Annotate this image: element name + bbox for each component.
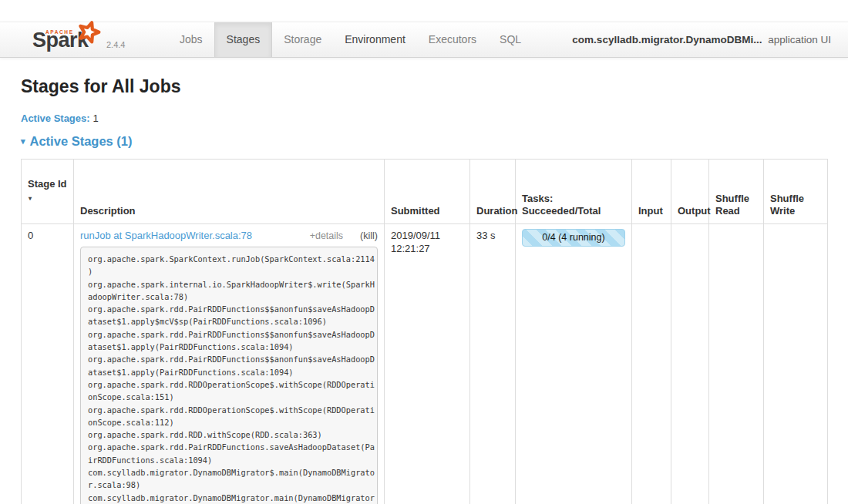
- tab-environment[interactable]: Environment: [333, 22, 417, 57]
- page-title: Stages for All Jobs: [21, 76, 829, 97]
- kill-link[interactable]: (kill): [360, 230, 378, 243]
- tasks-progress-bar: 0/4 (4 running): [522, 229, 625, 247]
- active-stages-summary-link[interactable]: Active Stages:: [21, 113, 90, 124]
- active-stages-count: 1: [93, 113, 99, 124]
- output-cell: [671, 224, 709, 504]
- stages-summary: Active Stages:1: [21, 113, 829, 124]
- tab-stages[interactable]: Stages: [214, 22, 273, 57]
- column-header-submitted[interactable]: Submitted: [385, 160, 470, 224]
- spark-logo[interactable]: APACHE Spark 2.4.4: [28, 22, 157, 57]
- tasks-cell: 0/4 (4 running): [516, 224, 632, 504]
- shuffle-read-cell: [709, 224, 764, 504]
- stack-trace: org.apache.spark.SparkContext.runJob(Spa…: [80, 247, 378, 504]
- stage-row: 0 runJob at SparkHadoopWriter.scala:78 +…: [22, 224, 828, 504]
- application-ui-suffix: application UI: [768, 34, 831, 45]
- sort-caret-icon: ▾: [28, 193, 67, 205]
- column-header-shuffle-read[interactable]: Shuffle Read: [709, 160, 764, 224]
- duration-cell: 33 s: [470, 224, 516, 504]
- table-header-row: Stage Id ▾ Description Submitted Duratio…: [22, 160, 828, 224]
- application-name: com.scylladb.migrator.DynamoDBMi...: [572, 34, 762, 45]
- active-stages-section-header[interactable]: ▾ Active Stages (1): [21, 134, 829, 149]
- input-cell: [632, 224, 671, 504]
- column-header-tasks[interactable]: Tasks: Succeeded/Total: [516, 160, 632, 224]
- application-title: com.scylladb.migrator.DynamoDBMi... appl…: [572, 22, 831, 57]
- details-toggle[interactable]: +details: [310, 230, 343, 243]
- collapse-arrow-icon: ▾: [21, 136, 25, 146]
- submitted-cell: 2019/09/11 12:21:27: [385, 224, 470, 504]
- spark-version: 2.4.4: [106, 40, 125, 49]
- shuffle-write-cell: [764, 224, 828, 504]
- stage-id-cell: 0: [22, 224, 74, 504]
- column-header-shuffle-write[interactable]: Shuffle Write: [764, 160, 828, 224]
- tab-jobs[interactable]: Jobs: [168, 22, 214, 57]
- stages-table: Stage Id ▾ Description Submitted Duratio…: [21, 159, 828, 504]
- spark-star-icon: [76, 19, 102, 48]
- tab-storage[interactable]: Storage: [272, 22, 333, 57]
- column-header-input[interactable]: Input: [632, 160, 671, 224]
- stage-detail-link[interactable]: runJob at SparkHadoopWriter.scala:78: [80, 229, 252, 242]
- column-header-stage-id[interactable]: Stage Id ▾: [22, 160, 74, 224]
- main-content: Stages for All Jobs Active Stages:1 ▾ Ac…: [21, 0, 829, 504]
- nav-tabs: Jobs Stages Storage Environment Executor…: [168, 22, 533, 57]
- column-header-output[interactable]: Output: [671, 160, 709, 224]
- description-line: runJob at SparkHadoopWriter.scala:78 +de…: [80, 229, 378, 243]
- column-header-duration[interactable]: Duration: [470, 160, 516, 224]
- column-header-description[interactable]: Description: [74, 160, 385, 224]
- active-stages-section-title: Active Stages (1): [30, 134, 133, 149]
- description-cell: runJob at SparkHadoopWriter.scala:78 +de…: [74, 224, 385, 504]
- tab-sql[interactable]: SQL: [488, 22, 533, 57]
- tab-executors[interactable]: Executors: [417, 22, 488, 57]
- top-navbar: APACHE Spark 2.4.4 Jobs Stages Storage E…: [0, 22, 848, 58]
